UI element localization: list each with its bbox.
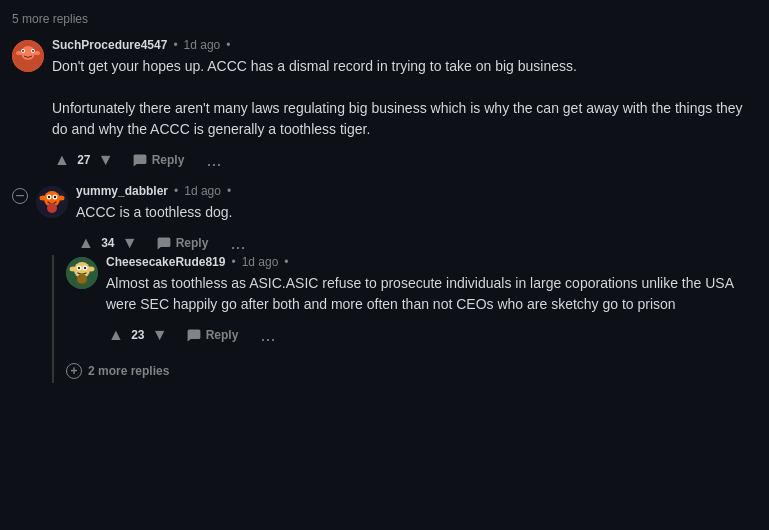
comment-suchprocedure: SuchProcedure4547 • 1d ago • Don't get y…: [12, 38, 757, 172]
more-replies-icon: +: [66, 363, 82, 379]
timestamp-suchprocedure: 1d ago: [184, 38, 221, 52]
dot-separator-2: •: [174, 184, 178, 198]
svg-point-18: [40, 196, 47, 201]
top-more-replies[interactable]: 5 more replies: [12, 8, 757, 30]
comment-header-suchprocedure: SuchProcedure4547 • 1d ago •: [52, 38, 757, 52]
more-replies-label: 2 more replies: [88, 364, 169, 378]
reply-icon-cheesecake: [186, 327, 202, 343]
vote-count-yummy: 34: [100, 236, 116, 250]
downvote-btn-yummy[interactable]: ▼: [120, 232, 140, 254]
avatar-cheesecake: [66, 257, 98, 289]
reply-btn-suchprocedure[interactable]: Reply: [124, 148, 193, 172]
comment-body-suchprocedure: SuchProcedure4547 • 1d ago • Don't get y…: [52, 38, 757, 172]
upvote-btn-suchprocedure[interactable]: ▲: [52, 149, 72, 171]
timestamp-cheesecake: 1d ago: [242, 255, 279, 269]
comment-header-yummy: yummy_dabbler • 1d ago •: [76, 184, 757, 198]
comment-yummy-wrapper: − yummy_dabble: [12, 184, 757, 383]
timestamp-yummy: 1d ago: [184, 184, 221, 198]
nested-thread-cheesecake: CheesecakeRude819 • 1d ago • Almost as t…: [52, 255, 757, 383]
svg-point-5: [32, 50, 34, 52]
username-suchprocedure[interactable]: SuchProcedure4547: [52, 38, 167, 52]
reply-label-suchprocedure: Reply: [152, 153, 185, 167]
reply-icon-suchprocedure: [132, 152, 148, 168]
username-yummy[interactable]: yummy_dabbler: [76, 184, 168, 198]
comment-para-2: Unfortunately there aren't many laws reg…: [52, 98, 757, 140]
comment-cheesecake: CheesecakeRude819 • 1d ago • Almost as t…: [66, 255, 757, 347]
avatar-yummy: [36, 186, 68, 218]
reply-btn-cheesecake[interactable]: Reply: [178, 323, 247, 347]
comment-body-cheesecake: CheesecakeRude819 • 1d ago • Almost as t…: [106, 255, 757, 347]
avatar-suchprocedure: [12, 40, 44, 72]
vote-section-suchprocedure: ▲ 27 ▼: [52, 149, 116, 171]
svg-point-21: [47, 203, 57, 213]
comment-text-yummy: ACCC is a toothless dog.: [76, 202, 757, 223]
upvote-btn-yummy[interactable]: ▲: [76, 232, 96, 254]
comment-actions-cheesecake: ▲ 23 ▼ Reply: [106, 323, 757, 347]
downvote-btn-suchprocedure[interactable]: ▼: [96, 149, 116, 171]
username-cheesecake[interactable]: CheesecakeRude819: [106, 255, 225, 269]
more-btn-yummy[interactable]: ...: [224, 232, 251, 254]
comment-para-yummy: ACCC is a toothless dog.: [76, 202, 757, 223]
comment-thread: 5 more replies SuchPro: [0, 0, 769, 391]
more-replies-btn[interactable]: + 2 more replies: [66, 359, 169, 383]
reply-label-yummy: Reply: [176, 236, 209, 250]
dot-separator-1: •: [173, 38, 177, 52]
svg-point-29: [88, 267, 95, 272]
svg-point-31: [77, 274, 87, 284]
collapse-btn-yummy[interactable]: −: [12, 188, 28, 204]
vote-count-cheesecake: 23: [130, 328, 146, 342]
more-btn-suchprocedure[interactable]: ...: [200, 149, 227, 171]
upvote-btn-cheesecake[interactable]: ▲: [106, 324, 126, 346]
comment-header-cheesecake: CheesecakeRude819 • 1d ago •: [106, 255, 757, 269]
svg-rect-11: [29, 68, 31, 71]
dot-separator-3: •: [231, 255, 235, 269]
svg-point-17: [54, 196, 56, 198]
vote-count-suchprocedure: 27: [76, 153, 92, 167]
svg-point-26: [78, 267, 80, 269]
vote-section-yummy: ▲ 34 ▼: [76, 232, 140, 254]
vote-section-cheesecake: ▲ 23 ▼: [106, 324, 170, 346]
downvote-btn-cheesecake[interactable]: ▼: [150, 324, 170, 346]
comment-row-yummy: − yummy_dabble: [12, 184, 757, 255]
svg-point-27: [84, 267, 86, 269]
comment-para-cheesecake: Almost as toothless as ASIC.ASIC refuse …: [106, 273, 757, 315]
svg-point-19: [58, 196, 65, 201]
svg-point-16: [48, 196, 50, 198]
svg-point-7: [16, 51, 22, 55]
svg-point-8: [34, 51, 40, 55]
comment-actions-suchprocedure: ▲ 27 ▼ Reply ...: [52, 148, 757, 172]
dot-end-3: •: [284, 255, 288, 269]
svg-rect-10: [26, 68, 28, 71]
svg-point-28: [70, 267, 77, 272]
dot-end-1: •: [226, 38, 230, 52]
comment-para-1: Don't get your hopes up. ACCC has a dism…: [52, 56, 757, 77]
comment-actions-yummy: ▲ 34 ▼ Reply ...: [76, 231, 757, 255]
reply-btn-yummy[interactable]: Reply: [148, 231, 217, 255]
more-btn-cheesecake[interactable]: ...: [254, 324, 281, 346]
svg-rect-9: [24, 60, 32, 68]
comment-text-suchprocedure: Don't get your hopes up. ACCC has a dism…: [52, 56, 757, 140]
comment-text-cheesecake: Almost as toothless as ASIC.ASIC refuse …: [106, 273, 757, 315]
comment-body-yummy: yummy_dabbler • 1d ago • ACCC is a tooth…: [76, 184, 757, 255]
reply-label-cheesecake: Reply: [206, 328, 239, 342]
svg-point-4: [22, 50, 24, 52]
dot-end-2: •: [227, 184, 231, 198]
reply-icon-yummy: [156, 235, 172, 251]
